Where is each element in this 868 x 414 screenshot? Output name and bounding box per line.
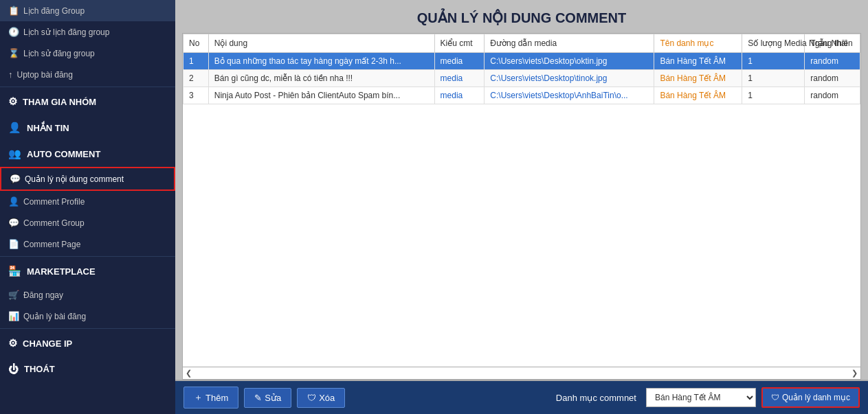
table-row[interactable]: 1Bỏ qua những thao tác tay hàng ngày mất… — [183, 53, 860, 70]
settings-icon: ⚙ — [8, 337, 17, 349]
table-row[interactable]: 2Bán gì cũng dc, miễn là có tiền nha !!!… — [183, 70, 860, 87]
sidebar-section-auto-comment[interactable]: 👥 AUTO COMMENT — [0, 141, 175, 167]
sidebar-item-lich-su-lich-dang-group[interactable]: 🕐 Lịch sử lịch đăng group — [0, 21, 175, 43]
table-wrapper: No Nội dung Kiểu cmt Đường dẫn media Tên… — [182, 33, 861, 380]
sidebar-item-thoat[interactable]: ⏻ THOÁT — [0, 356, 175, 382]
xoa-button[interactable]: 🛡 Xóa — [297, 388, 345, 408]
main-content: QUẢN LÝ NỘI DUNG COMMENT No Nội dung Kiể… — [175, 0, 868, 414]
uptop-icon: ↑ — [8, 69, 13, 80]
sidebar: 📋 Lịch đăng Group 🕐 Lịch sử lịch đăng gr… — [0, 0, 175, 414]
message-icon: 👤 — [8, 122, 21, 134]
sidebar-section-nhan-tin[interactable]: 👤 NHẮN TIN — [0, 115, 175, 141]
sidebar-item-quan-ly-bai-dang[interactable]: 📊 Quản lý bài đăng — [0, 306, 175, 327]
sidebar-item-change-ip[interactable]: ⚙ CHANGE IP — [0, 330, 175, 356]
col-kieu-cmt: Kiểu cmt — [434, 34, 485, 53]
sidebar-item-lich-su-dang-group[interactable]: ⌛ Lịch sử đăng group — [0, 43, 175, 64]
shield-icon: 🛡 — [771, 393, 779, 402]
table-scroll[interactable]: No Nội dung Kiểu cmt Đường dẫn media Tên… — [182, 33, 861, 367]
power-icon: ⏻ — [8, 363, 19, 375]
col-duong-dan: Đường dẫn media — [485, 34, 654, 53]
sidebar-section-marketplace[interactable]: 🏪 MARKETPLACE — [0, 258, 175, 284]
scroll-right-arrow[interactable]: ❯ — [852, 369, 858, 378]
quan-ly-danh-muc-button[interactable]: 🛡 Quản lý danh mục — [761, 387, 860, 408]
marketplace-icon: 🏪 — [8, 265, 21, 277]
group-join-icon: ⚙ — [8, 95, 17, 108]
danh-muc-label: Danh mục commnet — [556, 393, 636, 403]
profile-icon: 👤 — [8, 196, 19, 207]
horizontal-scroll-bar[interactable]: ❮ ❯ — [182, 367, 861, 380]
plus-icon: ＋ — [194, 391, 203, 404]
bottom-bar: ＋ Thêm ✎ Sửa 🛡 Xóa Danh mục commnet Bán … — [175, 380, 868, 414]
page-icon: 📄 — [8, 239, 19, 249]
hourglass-icon: ⌛ — [8, 48, 19, 58]
edit-icon: ✎ — [254, 393, 262, 403]
sidebar-item-lich-dang-group[interactable]: 📋 Lịch đăng Group — [0, 0, 175, 21]
sidebar-item-uptop-bai-dang[interactable]: ↑ Uptop bài đăng — [0, 64, 175, 85]
sidebar-item-comment-profile[interactable]: 👤 Comment Profile — [0, 191, 175, 212]
calendar-icon: 📋 — [8, 5, 19, 16]
sidebar-item-quan-ly-noi-dung-comment[interactable]: 💬 Quản lý nội dung comment — [0, 167, 175, 191]
col-so-luong: Số lượng Media Ngẫu Nhiên — [742, 34, 805, 53]
clock-icon: 🕐 — [8, 27, 19, 37]
page-title: QUẢN LÝ NỘI DUNG COMMENT — [175, 0, 868, 33]
col-ten-danh-muc: Tên danh mục — [654, 34, 742, 53]
col-no: No — [183, 34, 209, 53]
danh-muc-select[interactable]: Bán Hàng Tết ÂM — [646, 388, 756, 407]
sua-button[interactable]: ✎ Sửa — [244, 388, 291, 408]
them-button[interactable]: ＋ Thêm — [183, 387, 238, 409]
delete-icon: 🛡 — [307, 393, 316, 403]
col-noi-dung: Nội dung — [208, 34, 434, 53]
comment-group-icon: 💬 — [8, 218, 19, 228]
sidebar-section-tham-gia-nhom[interactable]: ⚙ THAM GIA NHÓM — [0, 89, 175, 115]
sidebar-item-comment-group[interactable]: 💬 Comment Group — [0, 212, 175, 233]
sidebar-item-dang-ngay[interactable]: 🛒 Đăng ngay — [0, 284, 175, 306]
cart-icon: 🛒 — [8, 290, 19, 300]
comment-manage-icon: 💬 — [10, 174, 21, 184]
table-row[interactable]: 3Ninja Auto Post - Phiên bản ClientAuto … — [183, 87, 860, 104]
content-table: No Nội dung Kiểu cmt Đường dẫn media Tên… — [183, 34, 860, 104]
auto-comment-icon: 👥 — [8, 148, 21, 160]
sidebar-item-comment-page[interactable]: 📄 Comment Page — [0, 233, 175, 255]
scroll-left-arrow[interactable]: ❮ — [186, 369, 192, 378]
manage-posts-icon: 📊 — [8, 311, 19, 321]
